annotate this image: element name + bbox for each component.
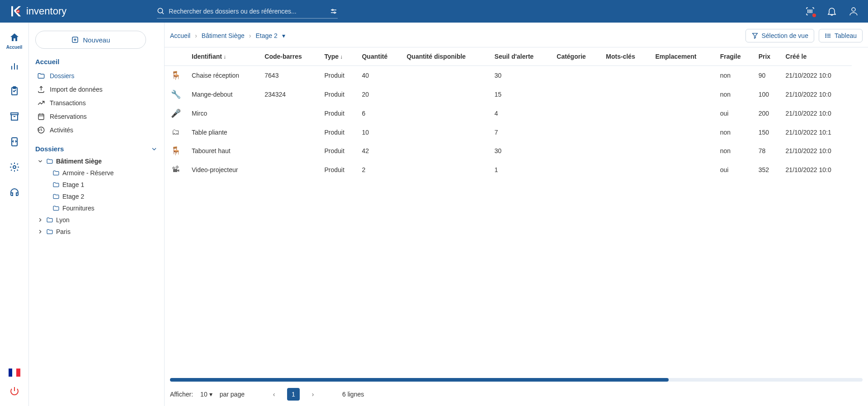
cell-mots-cles — [601, 66, 651, 85]
chevron-right-icon — [37, 217, 43, 223]
user-icon[interactable] — [848, 6, 859, 17]
col-mots-cles[interactable]: Mots-clés — [601, 47, 651, 66]
cell-seuil: 1 — [490, 160, 552, 179]
col-emplacement[interactable]: Emplacement — [651, 47, 715, 66]
table-row[interactable]: 📽Video-projecteurProduit21oui35221/10/20… — [165, 160, 852, 179]
calendar-icon — [37, 112, 45, 121]
tree-lyon[interactable]: Lyon — [35, 214, 158, 226]
cell-identifiant: Mirco — [187, 104, 260, 123]
logout-icon[interactable] — [9, 386, 20, 398]
col-quantite-dispo[interactable]: Quantité disponible — [402, 47, 490, 66]
col-fragile[interactable]: Fragile — [716, 47, 754, 66]
sidebar-link-dossiers[interactable]: Dossiers — [35, 69, 158, 83]
cell-mots-cles — [601, 85, 651, 104]
sidebar-link-import[interactable]: Import de données — [35, 83, 158, 96]
cell-code-barres — [260, 123, 320, 141]
trend-icon — [37, 99, 45, 107]
col-seuil[interactable]: Seuil d'alerte — [490, 47, 552, 66]
rail-sync[interactable] — [5, 129, 24, 154]
col-prix[interactable]: Prix — [754, 47, 781, 66]
col-categorie[interactable]: Catégorie — [552, 47, 601, 66]
sidebar-link-reservations[interactable]: Réservations — [35, 110, 158, 123]
cell-prix: 352 — [754, 160, 781, 179]
svg-rect-17 — [11, 113, 18, 115]
cell-categorie — [552, 123, 601, 141]
breadcrumb-etage2[interactable]: Etage 2 — [255, 32, 277, 39]
sidebar-link-activites[interactable]: Activités — [35, 123, 158, 137]
rail-clipboard[interactable] — [5, 79, 24, 104]
data-table: Identifiant↓ Code-barres Type↓ Quantité … — [165, 47, 852, 179]
chevron-down-icon[interactable] — [151, 145, 158, 153]
breadcrumb: Accueil › Bâtiment Siège › Etage 2 ▾ — [170, 32, 285, 39]
tree-armoire[interactable]: Armoire - Réserve — [51, 167, 158, 179]
app-logo[interactable]: inventory — [9, 5, 66, 18]
rail-home[interactable]: Accueil — [5, 28, 24, 53]
page-size-select[interactable]: 10 ▾ — [200, 391, 212, 398]
svg-marker-28 — [753, 33, 758, 38]
table-wrap[interactable]: Identifiant↓ Code-barres Type↓ Quantité … — [165, 47, 868, 376]
filter-sliders-icon[interactable] — [330, 7, 338, 15]
cell-fragile: non — [716, 141, 754, 160]
col-type[interactable]: Type↓ — [320, 47, 357, 66]
upload-icon — [37, 85, 45, 93]
cell-emplacement — [651, 160, 715, 179]
cell-seuil: 4 — [490, 104, 552, 123]
cell-identifiant: Table pliante — [187, 123, 260, 141]
rail-archive[interactable] — [5, 104, 24, 129]
cell-prix: 100 — [754, 85, 781, 104]
sidebar-link-transactions[interactable]: Transactions — [35, 96, 158, 110]
pager-prev[interactable]: ‹ — [268, 388, 280, 400]
svg-point-6 — [334, 12, 335, 13]
view-selection-button[interactable]: Sélection de vue — [745, 29, 814, 42]
tree-etage2[interactable]: Etage 2 — [51, 191, 158, 202]
col-quantite[interactable]: Quantité — [357, 47, 402, 66]
cell-identifiant: Video-projecteur — [187, 160, 260, 179]
breadcrumb-home[interactable]: Accueil — [170, 32, 190, 39]
cell-emplacement — [651, 104, 715, 123]
table-row[interactable]: 🗂Table plianteProduit107non15021/10/2022… — [165, 123, 852, 141]
cell-identifiant: Tabouret haut — [187, 141, 260, 160]
cell-quantite-dispo — [402, 104, 490, 123]
cell-quantite-dispo — [402, 160, 490, 179]
horizontal-scrollbar[interactable] — [170, 378, 863, 382]
cell-mots-cles — [601, 141, 651, 160]
chevron-right-icon: › — [249, 32, 251, 39]
cell-emplacement — [651, 123, 715, 141]
table-row[interactable]: 🎤MircoProduit64oui20021/10/2022 10:0 — [165, 104, 852, 123]
table-row[interactable]: 🪑Tabouret hautProduit4230non7821/10/2022… — [165, 141, 852, 160]
search-input[interactable] — [169, 8, 330, 15]
table-row[interactable]: 🔧Mange-debout234324Produit2015non10021/1… — [165, 85, 852, 104]
new-button-label: Nouveau — [83, 36, 110, 44]
pager-label: Afficher: — [170, 391, 193, 398]
col-cree-le[interactable]: Créé le — [781, 47, 852, 66]
col-identifiant[interactable]: Identifiant↓ — [187, 47, 260, 66]
search-box[interactable] — [157, 5, 338, 19]
cell-type: Produit — [320, 141, 357, 160]
new-button[interactable]: Nouveau — [35, 31, 146, 49]
caret-down-icon[interactable]: ▾ — [282, 32, 285, 39]
header-right — [805, 6, 859, 17]
tree-etage1[interactable]: Etage 1 — [51, 179, 158, 191]
table-row[interactable]: 🪑Chaise réception7643Produit4030non9021/… — [165, 66, 852, 85]
tree-fournitures[interactable]: Fournitures — [51, 202, 158, 214]
rail-settings[interactable] — [5, 154, 24, 180]
view-tableau-button[interactable]: Tableau — [819, 29, 863, 42]
rail-stats[interactable] — [5, 53, 24, 79]
folder-icon — [46, 216, 53, 224]
tree-paris[interactable]: Paris — [35, 226, 158, 238]
col-code-barres[interactable]: Code-barres — [260, 47, 320, 66]
cell-code-barres: 234324 — [260, 85, 320, 104]
barcode-icon[interactable] — [805, 6, 816, 17]
sidebar-section-dossiers-header[interactable]: Dossiers — [35, 145, 158, 153]
language-flag-fr[interactable] — [9, 369, 20, 377]
pager-next[interactable]: › — [307, 388, 319, 400]
cell-cree-le: 21/10/2022 10:0 — [781, 141, 852, 160]
cell-fragile: non — [716, 85, 754, 104]
pager-current[interactable]: 1 — [287, 388, 300, 401]
rail-support[interactable] — [5, 180, 24, 205]
cell-emplacement — [651, 66, 715, 85]
breadcrumb-batiment[interactable]: Bâtiment Siège — [202, 32, 245, 39]
tree-batiment-siege[interactable]: Bâtiment Siège — [35, 155, 158, 167]
cell-quantite: 40 — [357, 66, 402, 85]
bell-icon[interactable] — [826, 6, 837, 17]
